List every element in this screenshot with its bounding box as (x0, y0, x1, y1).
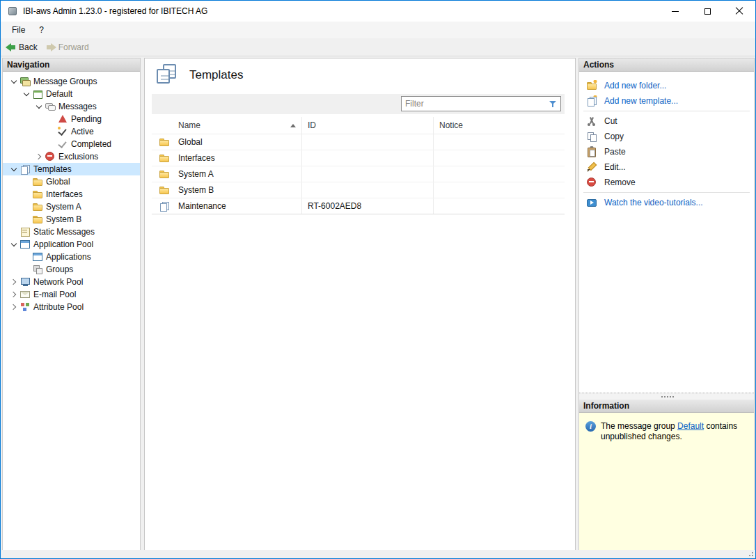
tree-item-interfaces[interactable]: Interfaces (3, 188, 140, 200)
column-header-notice[interactable]: Notice (434, 117, 565, 134)
action-remove[interactable]: Remove (579, 175, 754, 190)
tree-item-label: Active (71, 127, 94, 136)
action-add-new-template[interactable]: Add new template... (579, 93, 754, 109)
network-pool-icon (19, 276, 31, 288)
forward-button[interactable]: Forward (43, 40, 95, 55)
tree-item-label: Pending (71, 114, 102, 124)
filter-funnel-icon[interactable] (548, 99, 558, 109)
tree-item-network-pool[interactable]: Network Pool (3, 276, 140, 288)
chevron-down-icon[interactable] (8, 239, 19, 250)
table-row[interactable]: Global (152, 134, 565, 150)
menu-bar: File ? (1, 22, 755, 38)
cell-notice (434, 198, 565, 214)
tree-item-pending[interactable]: Pending (3, 113, 140, 125)
cell-icon (152, 182, 177, 198)
action-paste[interactable]: Paste (579, 144, 754, 159)
tree-item-system-b[interactable]: System B (3, 213, 140, 226)
action-add-new-folder[interactable]: Add new folder... (579, 78, 754, 93)
cell-notice (434, 166, 565, 182)
chevron-down-icon[interactable] (21, 88, 32, 100)
back-button[interactable]: Back (3, 40, 43, 55)
cell-id (302, 166, 434, 182)
close-button[interactable] (723, 1, 755, 22)
column-header-id[interactable]: ID (302, 117, 434, 134)
chevron-down-icon[interactable] (8, 164, 19, 175)
action-cut[interactable]: Cut (579, 113, 754, 129)
cell-id (302, 150, 434, 166)
information-header: Information (579, 400, 754, 413)
applications-icon (32, 251, 43, 262)
tree-item-applications[interactable]: Applications (3, 251, 140, 263)
tree-item-label: System B (46, 214, 81, 224)
window-title: IBI-aws Admin 1.23.0 - registered for IB… (23, 6, 207, 16)
cell-notice (434, 150, 565, 166)
resize-grip[interactable] (746, 549, 753, 556)
folder-icon (159, 184, 170, 196)
tree-spacer (8, 226, 19, 237)
chevron-right-icon[interactable] (8, 301, 19, 313)
pending-icon (57, 113, 68, 125)
tree-item-templates[interactable]: Templates (3, 163, 140, 175)
tree-item-completed[interactable]: Completed (3, 138, 140, 150)
chevron-right-icon[interactable] (8, 289, 19, 300)
cell-id (302, 134, 434, 150)
cell-icon (152, 134, 177, 150)
tree-item-messages[interactable]: Messages (3, 100, 140, 113)
filter-input[interactable] (402, 97, 548, 111)
chevron-right-icon[interactable] (8, 276, 19, 288)
maximize-button[interactable] (691, 1, 723, 22)
cell-name: Global (177, 134, 302, 150)
app-icon (7, 6, 18, 17)
column-header-name[interactable]: Name (177, 117, 302, 134)
default-group-link[interactable]: Default (677, 421, 704, 431)
tree-item-label: Templates (33, 164, 72, 174)
tree-item-default[interactable]: Default (3, 88, 140, 100)
table-header-row: Name ID Notice (152, 117, 565, 134)
table-row[interactable]: Interfaces (152, 150, 565, 166)
action-edit[interactable]: Edit... (579, 159, 754, 175)
table-row[interactable]: Maintenance RT-6002AED8 (152, 198, 565, 214)
actions-header: Actions (579, 58, 754, 72)
tree-item-static-messages[interactable]: Static Messages (3, 226, 140, 238)
table-row[interactable]: System B (152, 182, 565, 198)
toolbar: Back Forward (1, 38, 755, 56)
menu-help[interactable]: ? (32, 22, 51, 38)
actions-list: Add new folder... Add new template... Cu… (579, 72, 754, 393)
folder-icon (159, 168, 170, 180)
active-check-icon (57, 126, 68, 137)
action-copy[interactable]: Copy (579, 129, 754, 144)
action-label: Edit... (604, 162, 626, 172)
cell-name: System B (177, 182, 302, 198)
chevron-down-icon[interactable] (33, 101, 45, 112)
forward-label: Forward (58, 42, 89, 52)
tree-item-global[interactable]: Global (3, 175, 140, 188)
completed-check-icon (57, 139, 68, 150)
minimize-button[interactable] (659, 1, 691, 22)
tree-item-label: Application Pool (33, 239, 93, 249)
status-bar (1, 550, 755, 558)
tree-item-message-groups[interactable]: Message Groups (3, 75, 140, 88)
tree-item-label: Attribute Pool (33, 302, 84, 312)
panel-splitter[interactable] (579, 393, 754, 400)
cut-icon (586, 116, 597, 127)
tree-item-active[interactable]: Active (3, 125, 140, 138)
edit-pencil-icon (586, 162, 597, 173)
table-row[interactable]: System A (152, 166, 565, 182)
message-group-icon (32, 88, 43, 100)
tree-item-label: Groups (46, 265, 73, 274)
action-label: Watch the video-tutorials... (604, 198, 703, 207)
tree-item-groups[interactable]: Groups (3, 263, 140, 276)
tree-item-application-pool[interactable]: Application Pool (3, 238, 140, 251)
app-window: IBI-aws Admin 1.23.0 - registered for IB… (0, 0, 756, 559)
tree-item-label: Applications (46, 252, 91, 262)
chevron-right-icon[interactable] (33, 151, 45, 162)
tree-item-exclusions[interactable]: Exclusions (3, 150, 140, 163)
menu-file[interactable]: File (5, 22, 32, 38)
action-label: Add new template... (604, 96, 678, 106)
action-watch-video-tutorials[interactable]: Watch the video-tutorials... (579, 195, 754, 210)
column-header-label: Notice (439, 120, 463, 130)
chevron-down-icon[interactable] (8, 76, 19, 87)
tree-item-system-a[interactable]: System A (3, 200, 140, 213)
tree-item-attribute-pool[interactable]: Attribute Pool (3, 301, 140, 313)
tree-item-email-pool[interactable]: E-mail Pool (3, 288, 140, 301)
